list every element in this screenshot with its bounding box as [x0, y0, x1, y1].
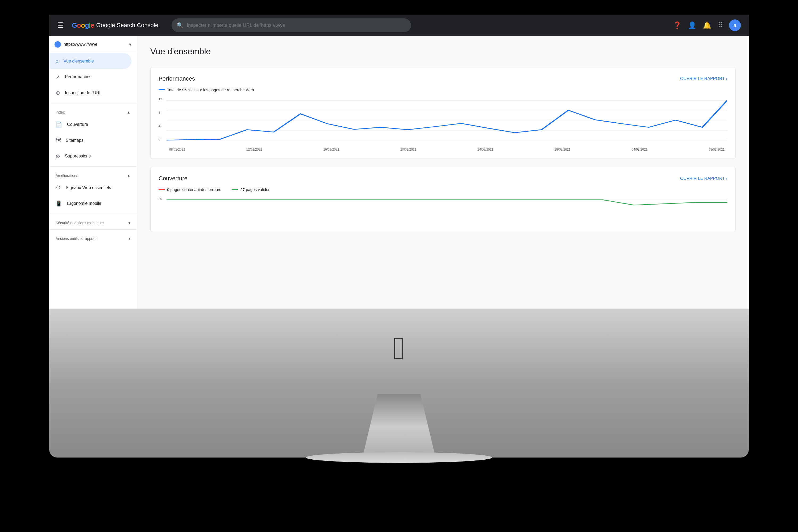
- performances-card: Performances OUVRIR LE RAPPORT › Total d…: [150, 67, 736, 159]
- x-label-6: 04/03/2021: [631, 148, 647, 151]
- couverture-y-label: 30: [158, 197, 162, 201]
- accounts-icon[interactable]: 👤: [688, 21, 697, 30]
- section-label-anciens-outils: Anciens outils et rapports: [56, 236, 97, 241]
- nav-divider-1: [49, 103, 137, 103]
- nav-label-sitemaps: Sitemaps: [66, 138, 83, 143]
- google-logo-text: Google: [72, 21, 94, 30]
- sidebar-item-suppressions[interactable]: ⊗ Suppressions: [49, 148, 131, 164]
- nav-label-ergonomie-mobile: Ergonomie mobile: [67, 201, 101, 206]
- performances-chart: 12 8 4 0: [158, 97, 727, 151]
- y-label-12: 12: [158, 97, 162, 101]
- sidebar-item-inspection-url[interactable]: ⊕ Inspection de l'URL: [49, 85, 131, 101]
- nav-label-performances: Performances: [65, 75, 92, 79]
- section-collapse-ameliorations: ▲: [127, 173, 130, 178]
- topbar-actions: ❓ 👤 🔔 ⠿ a: [673, 19, 741, 31]
- sidebar-item-performances[interactable]: ↗ Performances: [49, 69, 131, 85]
- apps-icon[interactable]: ⠿: [718, 21, 723, 30]
- home-icon: ⌂: [56, 58, 59, 64]
- legend-errors-text: 0 pages contenant des erreurs: [167, 187, 221, 192]
- monitor-stand: [346, 394, 452, 460]
- couverture-report-link[interactable]: OUVRIR LE RAPPORT ›: [680, 176, 727, 181]
- monitor-body: : [49, 308, 749, 457]
- x-label-3: 20/02/2021: [400, 148, 416, 151]
- search-input[interactable]: [187, 23, 406, 28]
- monitor-screen: ☰ Google Google Search Console 🔍 ❓ 👤 🔔 ⠿…: [49, 15, 749, 328]
- couverture-chevron-right-icon: ›: [726, 176, 727, 181]
- section-label-securite: Sécurité et actions manuelles: [56, 221, 104, 225]
- nav-divider-4: [49, 229, 137, 230]
- section-header-securite[interactable]: Sécurité et actions manuelles ▾: [49, 216, 137, 227]
- performances-legend-text: Total de 96 clics sur les pages de reche…: [167, 88, 254, 92]
- topbar: ☰ Google Google Search Console 🔍 ❓ 👤 🔔 ⠿…: [49, 15, 749, 36]
- hamburger-icon[interactable]: ☰: [57, 21, 64, 30]
- y-label-0: 0: [158, 137, 162, 141]
- legend-valid: 27 pages valides: [232, 187, 270, 192]
- x-label-5: 28/02/2021: [555, 148, 571, 151]
- chart-x-labels: 08/02/2021 12/02/2021 16/02/2021 20/02/2…: [167, 148, 727, 151]
- nav-label-couverture: Couverture: [67, 122, 88, 127]
- legend-line-blue: [158, 89, 165, 90]
- legend-line-green: [232, 189, 238, 190]
- trending-icon: ↗: [56, 74, 60, 80]
- couverture-icon: 📄: [56, 121, 62, 128]
- couverture-card-title: Couverture: [158, 175, 188, 182]
- x-label-2: 16/02/2021: [323, 148, 339, 151]
- svg-point-0: [56, 42, 60, 46]
- site-selector[interactable]: https://www.//wwe ▾: [49, 36, 137, 53]
- performances-card-title: Performances: [158, 75, 195, 82]
- section-collapse-index: ▲: [127, 110, 130, 114]
- app-title: Google Search Console: [96, 22, 158, 29]
- section-header-ameliorations[interactable]: Améliorations ▲: [49, 169, 137, 180]
- chevron-right-icon: ›: [726, 76, 727, 81]
- sidebar-item-couverture[interactable]: 📄 Couverture: [49, 116, 131, 132]
- performances-report-link[interactable]: OUVRIR LE RAPPORT ›: [680, 76, 727, 81]
- couverture-card: Couverture OUVRIR LE RAPPORT › 0 pages c…: [150, 167, 736, 232]
- legend-errors: 0 pages contenant des erreurs: [158, 187, 221, 192]
- page-title: Vue d'ensemble: [150, 46, 736, 56]
- performances-legend: Total de 96 clics sur les pages de reche…: [158, 88, 727, 92]
- url-search-bar[interactable]: 🔍: [172, 18, 411, 32]
- monitor-base: [306, 452, 492, 463]
- app-logo: Google Google Search Console: [72, 21, 158, 30]
- section-label-ameliorations: Améliorations: [56, 173, 78, 178]
- main-content: Vue d'ensemble Performances OUVRIR LE RA…: [137, 36, 749, 328]
- couverture-card-header: Couverture OUVRIR LE RAPPORT ›: [158, 175, 727, 182]
- x-label-1: 12/02/2021: [246, 148, 262, 151]
- couverture-legend: 0 pages contenant des erreurs 27 pages v…: [158, 187, 727, 192]
- section-collapse-securite: ▾: [129, 221, 130, 225]
- notifications-icon[interactable]: 🔔: [703, 21, 711, 30]
- nav-divider-2: [49, 166, 137, 167]
- nav-label-signaux-web: Signaux Web essentiels: [66, 185, 111, 190]
- performances-card-header: Performances OUVRIR LE RAPPORT ›: [158, 75, 727, 82]
- apple-logo: : [393, 330, 405, 366]
- x-label-4: 24/02/2021: [477, 148, 493, 151]
- nav-label-vue-ensemble: Vue d'ensemble: [63, 59, 94, 63]
- suppressions-icon: ⊗: [56, 153, 60, 159]
- sidebar-item-signaux-web[interactable]: ⏱ Signaux Web essentiels: [49, 180, 131, 195]
- section-header-index[interactable]: Index ▲: [49, 105, 137, 116]
- performances-chart-svg: [167, 97, 727, 145]
- main-layout: https://www.//wwe ▾ ⌂ Vue d'ensemble ↗ P…: [49, 36, 749, 328]
- sidebar-item-sitemaps[interactable]: 🗺 Sitemaps: [49, 132, 131, 148]
- inspect-icon: ⊕: [56, 90, 60, 96]
- search-icon: 🔍: [177, 22, 184, 28]
- x-label-0: 08/02/2021: [169, 148, 185, 151]
- section-collapse-anciens-outils: ▾: [129, 236, 130, 241]
- site-icon: [55, 41, 61, 48]
- help-icon[interactable]: ❓: [673, 21, 682, 30]
- legend-valid-text: 27 pages valides: [240, 187, 270, 192]
- sidebar-item-ergonomie-mobile[interactable]: 📱 Ergonomie mobile: [49, 195, 131, 211]
- user-avatar[interactable]: a: [729, 19, 741, 31]
- sidebar-item-vue-ensemble[interactable]: ⌂ Vue d'ensemble: [49, 53, 131, 69]
- legend-line-red: [158, 189, 165, 190]
- mobile-icon: 📱: [56, 200, 62, 207]
- nav-label-suppressions: Suppressions: [65, 154, 91, 158]
- couverture-chart: 30: [158, 197, 727, 224]
- sidebar: https://www.//wwe ▾ ⌂ Vue d'ensemble ↗ P…: [49, 36, 137, 328]
- couverture-chart-svg: [167, 197, 727, 224]
- x-label-7: 08/03/2021: [709, 148, 725, 151]
- signaux-icon: ⏱: [56, 185, 61, 191]
- nav-label-inspection-url: Inspection de l'URL: [65, 91, 101, 95]
- section-header-anciens-outils[interactable]: Anciens outils et rapports ▾: [49, 232, 137, 243]
- dropdown-icon: ▾: [129, 41, 131, 48]
